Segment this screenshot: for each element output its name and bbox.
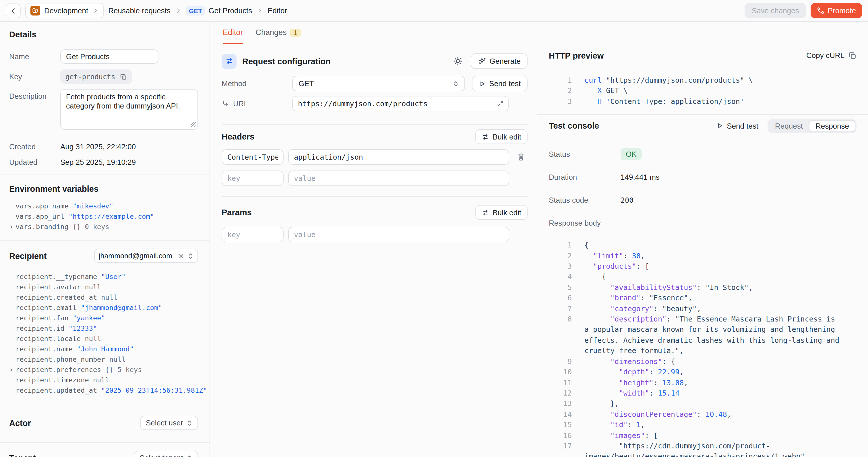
updated-label: Updated — [9, 155, 60, 166]
name-label: Name — [9, 50, 60, 61]
variable-value: "12333" — [69, 324, 97, 332]
variable-path: recipient.preferences — [16, 366, 105, 374]
expand-chevron-icon[interactable]: › — [9, 365, 13, 375]
header-key-input-empty[interactable] — [222, 171, 284, 186]
request-configuration-title: Request configuration — [242, 57, 331, 66]
branch-icon — [817, 7, 825, 14]
line-number: 5 — [550, 282, 572, 293]
description-label: Description — [9, 89, 60, 100]
params-bulk-edit-button[interactable]: Bulk edit — [475, 205, 528, 220]
code-line: 6 "brand": "Essence", — [550, 293, 857, 304]
breadcrumb-request-name[interactable]: Get Products — [208, 6, 252, 15]
variable-path: vars.app_name — [16, 202, 73, 210]
expand-icon[interactable] — [497, 100, 504, 108]
gear-icon[interactable] — [453, 56, 463, 66]
promote-button[interactable]: Promote — [811, 3, 862, 19]
recipient-variables-list: recipient.__typename "User"recipient.ava… — [9, 272, 198, 396]
actor-title: Actor — [9, 418, 31, 427]
recipient-combobox[interactable]: jhammond@gmail.com — [94, 249, 198, 263]
line-number: 9 — [550, 356, 572, 367]
line-number: 10 — [550, 367, 572, 377]
toggle-request[interactable]: Request — [769, 120, 809, 132]
params-section: Params Bulk edit — [222, 197, 528, 253]
method-select[interactable]: GET — [292, 76, 465, 91]
breadcrumb-editor: Editor — [268, 6, 287, 15]
environment-variables-list: vars.app_name "mikesdev"vars.app_url "ht… — [9, 201, 198, 232]
duration-label: Duration — [549, 173, 621, 181]
variable-path: recipient.updated_at — [16, 386, 101, 394]
variable-path: vars.app_url — [16, 212, 69, 220]
details-sidebar: Details Name Key get-products — [0, 22, 210, 457]
header-value-input-empty[interactable] — [288, 171, 509, 186]
key-pill: get-products — [60, 69, 132, 84]
line-number: 4 — [550, 272, 572, 282]
play-icon — [716, 122, 723, 129]
back-button[interactable] — [6, 3, 21, 18]
url-input[interactable] — [292, 96, 508, 111]
variable-value: "John Hammond" — [76, 345, 134, 353]
preview-column: HTTP preview Copy cURL 1curl "https://du… — [537, 44, 868, 457]
breadcrumb-reusable-requests[interactable]: Reusable requests — [108, 6, 170, 15]
selector-icon — [187, 454, 192, 457]
param-key-input[interactable] — [222, 227, 284, 242]
variable-value: "mikesdev" — [73, 202, 113, 210]
app-window: Development Reusable requests GET Get Pr… — [0, 0, 868, 457]
curl-code-block: 1curl "https://dummyjson.com/products" \… — [537, 67, 868, 115]
sparkle-icon — [477, 57, 486, 65]
trash-icon[interactable] — [514, 153, 528, 161]
name-input[interactable] — [60, 50, 158, 64]
copy-curl-button[interactable]: Copy cURL — [806, 51, 844, 60]
changes-count-badge: 1 — [290, 28, 301, 36]
save-changes-button[interactable]: Save changes — [745, 3, 806, 19]
expand-chevron-icon[interactable]: › — [9, 222, 13, 232]
headers-bulk-edit-button[interactable]: Bulk edit — [475, 129, 528, 144]
code-line: 16 "images": [ — [550, 430, 857, 441]
environment-switcher[interactable]: Development — [25, 3, 104, 19]
variable-value: {} 0 keys — [73, 223, 110, 231]
variable-row: recipient.email "jhammond@gmail.com" — [16, 303, 198, 313]
send-test-button[interactable]: Send test — [472, 76, 528, 91]
copy-icon[interactable] — [848, 51, 857, 59]
variable-row: recipient.updated_at "2025-09-23T14:56:3… — [16, 385, 198, 396]
tenant-select[interactable]: Select tenant — [134, 451, 198, 457]
variable-path: recipient.timezone — [16, 376, 93, 384]
code-line: 7 "category": "beauty", — [550, 303, 857, 314]
header-key-input[interactable] — [222, 149, 284, 165]
code-line: 8 "description": "The Essence Mascara La… — [550, 314, 857, 356]
copy-icon[interactable] — [120, 73, 127, 80]
toggle-response[interactable]: Response — [809, 120, 856, 132]
selector-icon — [188, 252, 193, 259]
code-line: 14 "discountPercentage": 10.48, — [550, 409, 857, 420]
status-label: Status — [549, 150, 621, 158]
line-number: 2 — [550, 251, 572, 261]
variable-path: recipient.name — [16, 345, 76, 353]
line-number: 3 — [550, 261, 572, 272]
created-label: Created — [9, 140, 60, 151]
line-number: 14 — [550, 409, 572, 420]
line-number: 6 — [550, 293, 572, 304]
actor-select[interactable]: Select user — [140, 416, 198, 430]
created-value: Aug 31 2025, 22:42:00 — [60, 140, 198, 151]
code-line: 12 "width": 15.14 — [550, 388, 857, 399]
variable-path: recipient.phone_number — [16, 355, 110, 363]
status-badge: OK — [621, 148, 642, 160]
headers-section: Headers Bulk edit — [222, 125, 528, 197]
header-value-input[interactable] — [288, 149, 509, 165]
param-value-input[interactable] — [288, 227, 509, 242]
actor-section: Actor Select user — [0, 404, 210, 443]
variable-value: null — [85, 335, 101, 343]
recipient-section: Recipient jhammond@gmail.com recipient._… — [0, 241, 210, 404]
line-number: 11 — [550, 377, 572, 388]
line-number: 1 — [550, 240, 572, 251]
variable-row: ›vars.branding {} 0 keys — [16, 222, 198, 232]
line-number: 15 — [550, 420, 572, 430]
description-textarea[interactable]: Fetch products from a specific category … — [60, 89, 198, 130]
tab-changes[interactable]: Changes 1 — [256, 22, 301, 44]
code-line: 3 -H 'Content-Type: application/json' — [550, 96, 868, 107]
console-send-test-button[interactable]: Send test — [716, 121, 758, 130]
tab-editor[interactable]: Editor — [223, 22, 243, 44]
clear-icon[interactable] — [179, 253, 184, 258]
resize-handle-icon[interactable] — [191, 122, 196, 127]
chevron-right-icon — [257, 7, 263, 14]
generate-button[interactable]: Generate — [471, 53, 528, 69]
